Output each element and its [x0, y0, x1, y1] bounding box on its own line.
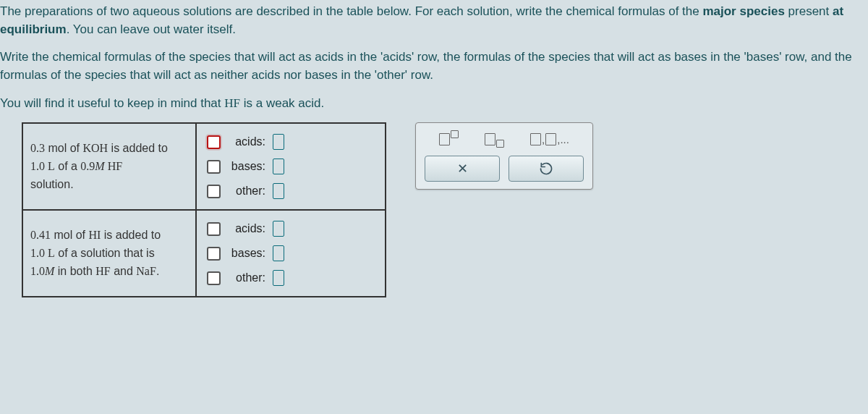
input-bases-1[interactable] — [273, 159, 284, 174]
label-bases: bases: — [228, 247, 265, 260]
text: present — [785, 4, 833, 18]
input-other-2[interactable] — [273, 270, 284, 286]
num: 1.0 — [30, 265, 45, 277]
num: 0.3 — [30, 142, 45, 154]
text: solution. — [30, 178, 74, 190]
instructions-block: The preparations of two aqueous solution… — [0, 0, 868, 112]
solution2-acids-row: acids: — [197, 216, 385, 241]
chem-formula: KOH — [82, 142, 108, 154]
subscript-tool[interactable] — [485, 133, 504, 145]
label-other: other: — [228, 185, 265, 198]
solution2-description: 0.41 mol of HI is added to 1.0 L of a so… — [22, 210, 196, 297]
text: in both — [54, 265, 95, 277]
superscript-tool[interactable] — [439, 133, 459, 145]
molar-unit: M — [45, 265, 54, 277]
text: is a weak acid. — [240, 96, 324, 110]
input-acids-1[interactable] — [273, 134, 284, 150]
text: . — [156, 265, 159, 277]
checkbox-bases-2[interactable] — [207, 247, 221, 261]
toolbox-action-row: ✕ — [425, 156, 584, 182]
list-box-icon — [545, 133, 556, 145]
sup-box-icon — [451, 130, 459, 138]
chem-formula: HF — [95, 265, 110, 277]
formula-toolbox: ,,... ✕ — [415, 122, 593, 190]
label-acids: acids: — [228, 222, 265, 235]
text-bold: major species — [702, 4, 784, 18]
instruction-p1: The preparations of two aqueous solution… — [0, 3, 864, 38]
solution1-inputs: acids: bases: other: — [196, 123, 386, 210]
num: 0.9 — [80, 160, 95, 172]
num: 0.41 — [30, 229, 51, 241]
input-acids-2[interactable] — [273, 221, 284, 237]
num: 1.0 L — [30, 160, 55, 172]
input-other-1[interactable] — [273, 183, 284, 199]
text: is added to — [108, 142, 168, 154]
solution1-description: 0.3 mol of KOH is added to 1.0 L of a 0.… — [22, 123, 196, 210]
reset-button[interactable] — [509, 156, 584, 182]
base-box-icon — [485, 133, 495, 145]
toolbox-format-row: ,,... — [425, 130, 584, 156]
solution2-bases-row: bases: — [197, 241, 385, 266]
checkbox-other-2[interactable] — [207, 271, 221, 285]
checkbox-acids-1[interactable] — [207, 135, 221, 149]
list-hint: ,... — [557, 133, 569, 145]
input-bases-2[interactable] — [273, 245, 284, 261]
text: You will find it useful to keep in mind … — [0, 96, 224, 110]
checkbox-other-1[interactable] — [207, 185, 221, 198]
instruction-p2: Write the chemical formulas of the speci… — [0, 48, 864, 84]
base-box-icon — [439, 133, 450, 145]
text: of a solution that is — [55, 247, 155, 259]
instruction-p3: You will find it useful to keep in mind … — [0, 95, 864, 113]
text: and — [111, 265, 137, 277]
chem-formula: NaF — [136, 265, 156, 277]
text: mol of — [45, 142, 82, 154]
label-acids: acids: — [228, 135, 265, 148]
text: . You can leave out water itself. — [67, 22, 236, 36]
chem-formula: HF — [224, 96, 240, 110]
solutions-table: 0.3 mol of KOH is added to 1.0 L of a 0.… — [22, 122, 386, 297]
label-other: other: — [228, 271, 265, 284]
text: of a — [55, 160, 81, 172]
solution1-other-row: other: — [197, 179, 385, 203]
solution1-acids-row: acids: — [197, 130, 385, 154]
x-icon: ✕ — [457, 161, 468, 177]
chem-formula: HI — [88, 229, 101, 241]
list-box-icon — [530, 133, 541, 145]
text: mol of — [51, 229, 88, 241]
text: is added to — [101, 229, 161, 241]
solution1-bases-row: bases: — [197, 154, 385, 179]
list-tool[interactable]: ,,... — [530, 133, 569, 145]
chem-formula: HF — [105, 160, 122, 172]
reset-icon — [539, 161, 553, 176]
solution2-other-row: other: — [197, 266, 385, 290]
checkbox-acids-2[interactable] — [207, 222, 221, 236]
num: 1.0 L — [30, 247, 55, 259]
clear-button[interactable]: ✕ — [425, 156, 500, 182]
checkbox-bases-1[interactable] — [207, 160, 221, 174]
molar-unit: M — [95, 160, 104, 172]
sub-box-icon — [496, 140, 504, 148]
solution2-inputs: acids: bases: other: — [196, 210, 386, 297]
label-bases: bases: — [228, 160, 265, 173]
text: The preparations of two aqueous solution… — [0, 4, 702, 18]
